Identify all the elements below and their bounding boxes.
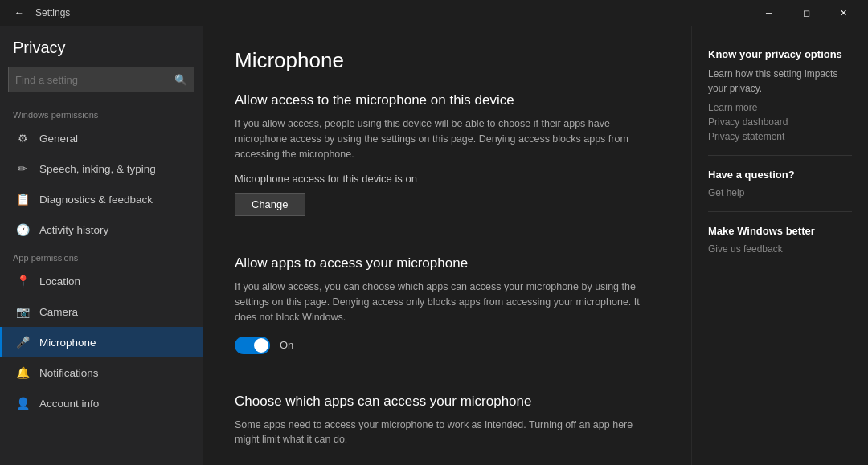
- titlebar-controls: ─ ◻ ✕: [751, 0, 862, 26]
- section3-title: Choose which apps can access your microp…: [235, 394, 659, 410]
- sidebar-item-account[interactable]: 👤 Account info: [0, 388, 203, 418]
- sidebar-item-label: Location: [39, 275, 80, 288]
- sidebar-item-label: Notifications: [39, 367, 99, 379]
- section2-desc: If you allow access, you can choose whic…: [235, 279, 659, 324]
- sidebar-item-label: Microphone: [39, 337, 96, 349]
- sidebar-item-diagnostics[interactable]: 📋 Diagnostics & feedback: [0, 184, 203, 214]
- give-feedback-link[interactable]: Give us feedback: [708, 243, 852, 255]
- apps-toggle-label: On: [280, 339, 293, 351]
- speech-icon: ✏: [15, 161, 30, 176]
- page-title: Microphone: [235, 48, 659, 73]
- sidebar-item-activity[interactable]: 🕐 Activity history: [0, 214, 203, 245]
- windows-permissions-label: Windows permissions: [0, 102, 203, 123]
- sidebar-item-general[interactable]: ⚙ General: [0, 123, 203, 153]
- location-icon: 📍: [15, 274, 30, 288]
- microphone-icon: 🎤: [15, 335, 30, 349]
- app-body: Privacy 🔍 Windows permissions ⚙ General …: [0, 26, 868, 465]
- toggle-knob: [254, 338, 268, 353]
- sidebar-item-label: Diagnostics & feedback: [39, 194, 153, 206]
- divider1: [235, 239, 659, 239]
- main-content: Microphone Allow access to the microphon…: [203, 26, 691, 465]
- get-help-link[interactable]: Get help: [708, 187, 852, 198]
- app-permissions-label: App permissions: [0, 245, 203, 266]
- sidebar-item-camera[interactable]: 📷 Camera: [0, 296, 203, 327]
- section1-title: Allow access to the microphone on this d…: [235, 92, 659, 108]
- sidebar-header: Privacy: [0, 26, 203, 63]
- change-button[interactable]: Change: [235, 193, 305, 216]
- sidebar-item-label: Account info: [39, 398, 99, 410]
- right-section2-title: Have a question?: [708, 169, 852, 181]
- right-panel: Know your privacy options Learn how this…: [691, 26, 868, 465]
- restore-button[interactable]: ◻: [788, 0, 825, 26]
- titlebar: ← Settings ─ ◻ ✕: [0, 0, 868, 26]
- sidebar-item-label: General: [39, 133, 78, 145]
- general-icon: ⚙: [15, 131, 30, 145]
- account-icon: 👤: [15, 396, 30, 410]
- titlebar-left: ← Settings: [10, 3, 70, 22]
- device-access-label: Microphone access for this device is on: [235, 173, 659, 185]
- apps-toggle[interactable]: [235, 337, 270, 354]
- diagnostics-icon: 📋: [15, 192, 30, 206]
- right-divider1: [708, 155, 852, 156]
- activity-icon: 🕐: [15, 222, 30, 237]
- privacy-statement-link[interactable]: Privacy statement: [708, 131, 852, 142]
- sidebar-item-microphone[interactable]: 🎤 Microphone: [0, 327, 203, 357]
- sidebar-item-speech[interactable]: ✏ Speech, inking, & typing: [0, 153, 203, 184]
- app-row-camera: 📷 Camera On: [235, 459, 659, 465]
- privacy-dashboard-link[interactable]: Privacy dashboard: [708, 116, 852, 128]
- right-divider2: [708, 211, 852, 212]
- minimize-button[interactable]: ─: [751, 0, 788, 26]
- divider2: [235, 377, 659, 377]
- sidebar-item-notifications[interactable]: 🔔 Notifications: [0, 357, 203, 388]
- section2-title: Allow apps to access your microphone: [235, 255, 659, 271]
- right-section1-desc: Learn how this setting impacts your priv…: [708, 67, 852, 96]
- back-button[interactable]: ←: [10, 3, 29, 22]
- right-section3-title: Make Windows better: [708, 225, 852, 237]
- titlebar-title: Settings: [35, 7, 70, 18]
- close-button[interactable]: ✕: [825, 0, 862, 26]
- search-icon: 🔍: [174, 74, 187, 86]
- sidebar-item-label: Activity history: [39, 224, 108, 236]
- camera-icon: 📷: [15, 304, 30, 319]
- app-list: 📷 Camera On ⭕ Cortana Off: [235, 459, 659, 465]
- sidebar-item-label: Camera: [39, 306, 78, 318]
- right-section1-title: Know your privacy options: [708, 48, 852, 60]
- search-input[interactable]: [15, 74, 174, 86]
- apps-toggle-row: On: [235, 337, 659, 354]
- notifications-icon: 🔔: [15, 365, 30, 380]
- search-box[interactable]: 🔍: [8, 67, 194, 92]
- section3-desc: Some apps need to access your microphone…: [235, 418, 659, 448]
- learn-more-link[interactable]: Learn more: [708, 102, 852, 113]
- sidebar: Privacy 🔍 Windows permissions ⚙ General …: [0, 26, 203, 465]
- sidebar-item-label: Speech, inking, & typing: [39, 163, 156, 175]
- section1-desc: If you allow access, people using this d…: [235, 116, 659, 161]
- sidebar-item-location[interactable]: 📍 Location: [0, 266, 203, 296]
